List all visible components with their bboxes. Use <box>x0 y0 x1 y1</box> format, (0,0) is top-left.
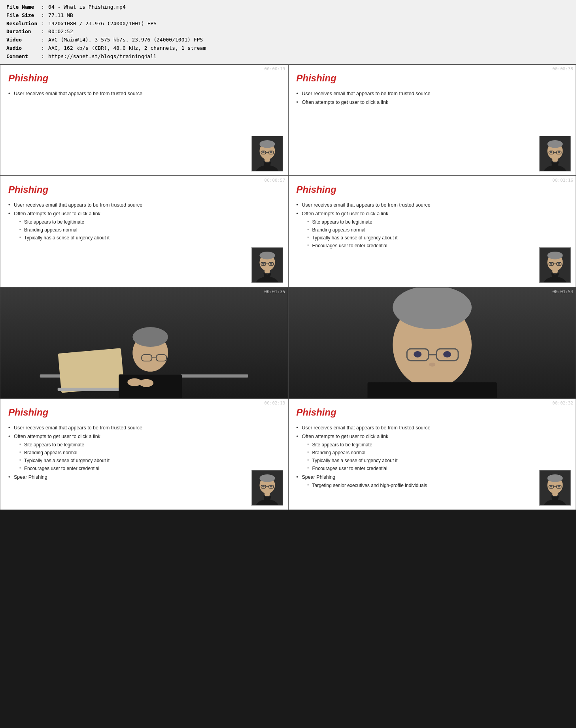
audio-label: Audio <box>5 44 39 53</box>
thumbnail-6: 00:02:13 Phishing User receives email th… <box>0 399 288 510</box>
thumbnail-2: 00:00:57 Phishing User receives email th… <box>0 176 288 287</box>
slide-title-2: Phishing <box>8 184 280 195</box>
slide-content-0: 00:00:19 Phishing User receives email th… <box>0 65 288 175</box>
svg-point-9 <box>262 151 264 153</box>
timestamp-6: 00:02:13 <box>264 401 285 406</box>
svg-rect-68 <box>367 382 497 398</box>
svg-point-46 <box>558 262 560 265</box>
duration-label: Duration <box>5 28 39 36</box>
slide-title-0: Phishing <box>8 73 280 84</box>
speaker-thumb-7 <box>539 470 571 506</box>
svg-point-73 <box>443 351 451 357</box>
svg-point-74 <box>429 362 435 366</box>
video-label: Video <box>5 36 39 44</box>
svg-rect-51 <box>58 348 125 393</box>
slide-body-0: User receives email that appears to be f… <box>8 90 280 98</box>
svg-point-22 <box>558 151 560 153</box>
svg-point-33 <box>262 262 264 265</box>
timestamp-4: 00:01:35 <box>264 289 285 294</box>
colon-5: : <box>39 36 47 44</box>
slide-title-3: Phishing <box>296 184 568 195</box>
colon-6: : <box>39 44 47 53</box>
file-size-label: File Size <box>5 11 39 20</box>
timestamp-5: 00:01:54 <box>552 289 573 294</box>
svg-point-96 <box>550 485 552 487</box>
svg-point-97 <box>558 485 560 487</box>
svg-point-55 <box>132 327 168 347</box>
video-value: AVC (Main@L4), 3 575 kb/s, 23.976 (24000… <box>47 36 208 44</box>
comment-value: https://sanet.st/blogs/training4all <box>47 53 208 61</box>
comment-label: Comment <box>5 53 39 61</box>
colon-2: : <box>39 11 47 20</box>
slide-title-6: Phishing <box>8 407 280 418</box>
speaker-thumb-3 <box>539 247 571 283</box>
svg-point-84 <box>262 485 264 487</box>
svg-rect-52 <box>58 388 125 391</box>
svg-point-92 <box>548 474 563 482</box>
duration-value: 00:02:52 <box>47 28 208 36</box>
slide-body-6: User receives email that appears to be f… <box>8 424 280 481</box>
thumbnail-7: 00:02:32 Phishing User receives email th… <box>288 399 576 510</box>
slide-content-6: 00:02:13 Phishing User receives email th… <box>0 399 288 510</box>
metadata-panel: File Name : 04 - What is Phishing.mp4 Fi… <box>0 0 576 64</box>
slide-content-2: 00:00:57 Phishing User receives email th… <box>0 176 288 287</box>
slide-content-7: 00:02:32 Phishing User receives email th… <box>289 399 576 510</box>
svg-point-29 <box>259 251 275 259</box>
slide-content-3: 00:01:16 Phishing User receives email th… <box>289 176 576 287</box>
resolution-label: Resolution <box>5 20 39 28</box>
colon-1: : <box>39 3 47 11</box>
timestamp-3: 00:01:16 <box>552 178 573 183</box>
thumbnail-1: 00:00:38 Phishing User receives email th… <box>288 64 576 176</box>
svg-point-10 <box>270 151 272 153</box>
slide-content-1: 00:00:38 Phishing User receives email th… <box>289 65 576 175</box>
resolution-value: 1920x1080 / 23.976 (24000/1001) FPS <box>47 20 208 28</box>
thumbnail-4: 00:01:35 <box>0 287 288 399</box>
speaker-thumb-0 <box>251 136 283 171</box>
svg-point-34 <box>270 262 272 265</box>
colon-3: : <box>39 20 47 28</box>
thumbnail-3: 00:01:16 Phishing User receives email th… <box>288 176 576 287</box>
svg-point-72 <box>414 351 421 357</box>
svg-point-45 <box>550 262 552 265</box>
colon-7: : <box>39 53 47 61</box>
slide-body-2: User receives email that appears to be f… <box>8 201 280 242</box>
svg-point-80 <box>259 474 275 482</box>
speaker-thumb-2 <box>251 247 283 283</box>
thumbnail-0: 00:00:19 Phishing User receives email th… <box>0 64 288 176</box>
speaker-thumb-6 <box>251 470 283 506</box>
slide-body-3: User receives email that appears to be f… <box>296 201 568 250</box>
slide-body-7: User receives email that appears to be f… <box>296 424 568 489</box>
file-name-value: 04 - What is Phishing.mp4 <box>47 3 208 11</box>
svg-point-85 <box>270 485 272 487</box>
thumbnails-grid: 00:00:19 Phishing User receives email th… <box>0 64 576 510</box>
file-size-value: 77.11 MB <box>47 11 208 20</box>
video-frame-4 <box>0 288 288 398</box>
video-frame-5 <box>289 288 576 398</box>
timestamp-7: 00:02:32 <box>552 401 573 406</box>
slide-body-1: User receives email that appears to be f… <box>296 90 568 107</box>
svg-point-17 <box>548 140 563 148</box>
slide-title-7: Phishing <box>296 407 568 418</box>
svg-point-21 <box>550 151 552 153</box>
svg-point-41 <box>548 251 563 259</box>
audio-value: AAC, 162 kb/s (CBR), 48.0 kHz, 2 channel… <box>47 44 208 53</box>
svg-point-67 <box>393 288 472 329</box>
svg-point-58 <box>139 379 153 387</box>
timestamp-0: 00:00:19 <box>264 66 285 71</box>
file-name-label: File Name <box>5 3 39 11</box>
thumbnail-5: 00:01:54 <box>288 287 576 399</box>
colon-4: : <box>39 28 47 36</box>
timestamp-2: 00:00:57 <box>264 178 285 183</box>
speaker-thumb-1 <box>539 136 571 171</box>
svg-point-5 <box>259 140 275 148</box>
timestamp-1: 00:00:38 <box>552 66 573 71</box>
slide-title-1: Phishing <box>296 73 568 84</box>
